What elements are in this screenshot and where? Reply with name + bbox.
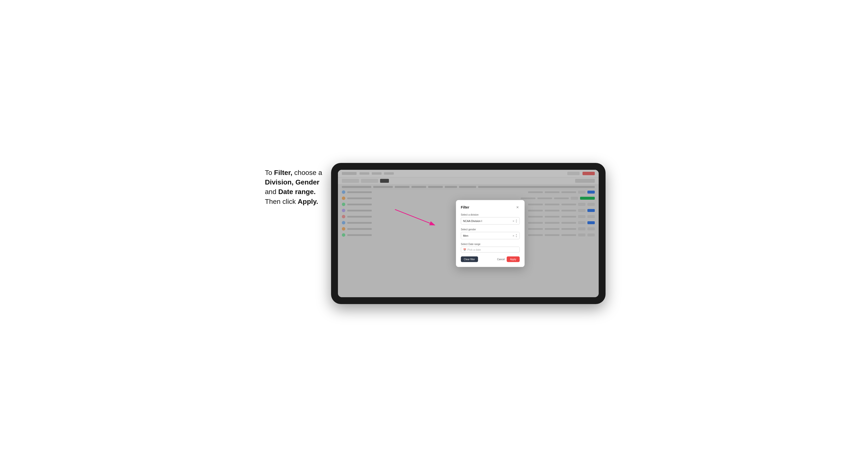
instruction-text-2: choose a <box>292 169 322 177</box>
date-placeholder: Pick a date <box>468 248 481 251</box>
gender-select-controls: ✕ ▲▼ <box>513 234 518 238</box>
instruction-text-3: and <box>265 188 278 195</box>
tablet-device: Filter ✕ Select a division NCAA Division… <box>331 163 606 304</box>
division-select-value: NCAA Division I <box>463 220 513 222</box>
instruction-bold-2: Division, Gender <box>265 178 319 186</box>
tablet-screen: Filter ✕ Select a division NCAA Division… <box>338 170 599 297</box>
date-range-field: Select Date range 📅 Pick a date <box>461 243 520 253</box>
division-select[interactable]: NCAA Division I ✕ ▲▼ <box>461 217 520 225</box>
division-label: Select a division <box>461 213 520 216</box>
instruction-bold-4: Apply. <box>298 198 318 205</box>
gender-select-value: Men <box>463 234 513 237</box>
date-range-label: Select Date range <box>461 243 520 246</box>
gender-label: Select gender <box>461 228 520 231</box>
instruction-text-1: To <box>265 169 274 177</box>
division-arrows-icon: ▲▼ <box>515 219 518 223</box>
modal-header: Filter ✕ <box>461 205 520 210</box>
instruction-bold-3: Date range. <box>278 188 316 195</box>
division-select-controls: ✕ ▲▼ <box>513 219 518 223</box>
instruction-panel: To Filter, choose a Division, Gender and… <box>262 163 331 211</box>
filter-modal: Filter ✕ Select a division NCAA Division… <box>456 200 525 267</box>
calendar-icon: 📅 <box>463 248 466 251</box>
modal-title: Filter <box>461 205 469 209</box>
division-clear-icon[interactable]: ✕ <box>513 220 515 222</box>
modal-footer: Clear filter Cancel Apply <box>461 256 520 262</box>
gender-arrows-icon: ▲▼ <box>515 234 518 238</box>
instruction-bold-1: Filter, <box>274 169 292 177</box>
instruction-text-4: Then click <box>265 198 298 205</box>
gender-clear-icon[interactable]: ✕ <box>513 234 515 237</box>
division-field: Select a division NCAA Division I ✕ ▲▼ <box>461 213 520 225</box>
gender-field: Select gender Men ✕ ▲▼ <box>461 228 520 239</box>
gender-select[interactable]: Men ✕ ▲▼ <box>461 232 520 239</box>
apply-button[interactable]: Apply <box>507 256 520 262</box>
cancel-button[interactable]: Cancel <box>497 258 504 261</box>
modal-footer-right: Cancel Apply <box>497 256 520 262</box>
date-range-input[interactable]: 📅 Pick a date <box>461 247 520 253</box>
clear-filter-button[interactable]: Clear filter <box>461 256 478 262</box>
modal-close-button[interactable]: ✕ <box>515 205 520 210</box>
